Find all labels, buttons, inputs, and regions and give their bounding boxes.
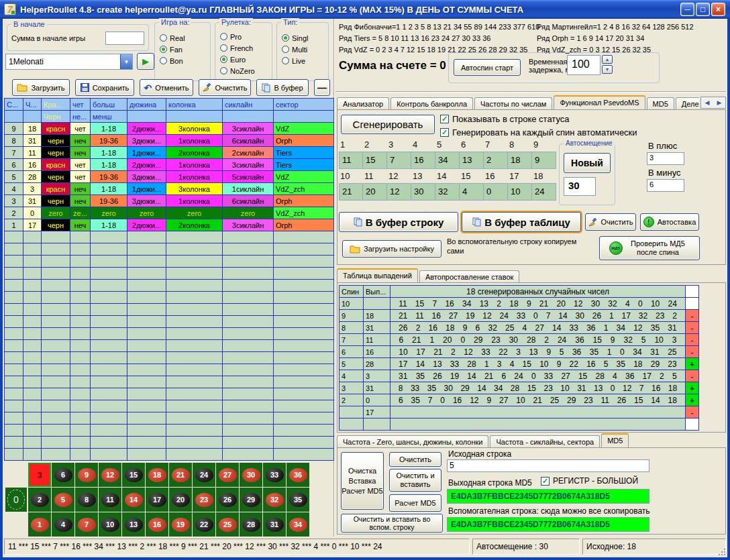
table-cell[interactable] xyxy=(23,292,42,304)
table-cell[interactable] xyxy=(91,243,127,256)
table-cell[interactable]: неч xyxy=(70,183,91,195)
table-cell[interactable] xyxy=(127,412,166,425)
table-cell[interactable]: 9 xyxy=(5,123,23,135)
arrow-down-icon[interactable]: ▼ xyxy=(602,65,613,74)
table-cell[interactable] xyxy=(91,256,127,268)
table-cell[interactable] xyxy=(70,437,91,449)
table-cell[interactable] xyxy=(23,412,42,425)
table-cell[interactable]: красн xyxy=(42,183,70,195)
table-cell[interactable] xyxy=(274,243,334,256)
table-cell[interactable] xyxy=(274,376,334,388)
table-cell[interactable] xyxy=(223,243,274,256)
table-cell[interactable] xyxy=(127,449,166,461)
maximize-button[interactable]: □ xyxy=(696,3,710,16)
table-cell[interactable] xyxy=(70,412,91,425)
tab-freq-1[interactable]: Частота - сиклайны, сектора xyxy=(490,435,600,448)
table-cell[interactable] xyxy=(274,292,334,304)
table-cell[interactable] xyxy=(23,364,42,376)
table-cell[interactable] xyxy=(70,425,91,437)
table-cell[interactable]: 8 xyxy=(5,135,23,147)
spin-cell[interactable]: 3 xyxy=(340,382,364,394)
table-cell[interactable] xyxy=(91,352,127,364)
radio-option-nozero[interactable]: NoZero xyxy=(215,65,272,76)
table-cell[interactable]: черн xyxy=(42,171,70,183)
roulette-cell-20[interactable]: 20 xyxy=(169,488,192,512)
table-cell[interactable]: ze... xyxy=(70,207,91,219)
table-cell[interactable] xyxy=(23,376,42,388)
table-cell[interactable]: чет xyxy=(70,123,91,135)
table-cell[interactable] xyxy=(23,280,42,292)
table-cell[interactable]: 2дюжи... xyxy=(127,219,166,231)
tab-main-5[interactable]: Деление кол xyxy=(676,97,699,110)
roulette-cell-29[interactable]: 29 xyxy=(240,488,262,512)
gen-value[interactable]: 15 xyxy=(362,152,387,169)
table-cell[interactable]: 7 xyxy=(5,147,23,159)
table-cell[interactable]: 3сиклайн xyxy=(223,219,274,231)
table-cell[interactable] xyxy=(223,376,274,388)
table-cell[interactable] xyxy=(70,243,91,256)
table-cell[interactable] xyxy=(274,268,334,280)
profile-select[interactable]: 1Melonati ▼ xyxy=(5,54,133,70)
table-cell[interactable] xyxy=(127,425,166,437)
table-cell[interactable] xyxy=(274,412,334,425)
save-button[interactable]: Сохранить xyxy=(75,79,134,96)
minimize-button[interactable]: ─ xyxy=(680,3,694,16)
roulette-cell-27[interactable]: 27 xyxy=(216,463,239,487)
table-cell[interactable] xyxy=(5,256,23,268)
plus-input[interactable]: 3 xyxy=(647,152,684,165)
table-cell[interactable] xyxy=(127,328,166,340)
table-cell[interactable]: Orph xyxy=(274,135,334,147)
minus-button[interactable]: — xyxy=(314,79,330,96)
spin-cell[interactable]: 6 xyxy=(340,346,364,358)
table-cell[interactable]: Orph xyxy=(274,219,334,231)
roulette-cell-30[interactable]: 30 xyxy=(240,463,262,487)
table-cell[interactable] xyxy=(5,425,23,437)
nums-cell[interactable]: 62112002923302822436159325103 xyxy=(390,334,686,346)
table-cell[interactable] xyxy=(91,412,127,425)
table-cell[interactable]: zero xyxy=(223,207,274,219)
table-cell[interactable] xyxy=(42,340,70,352)
table-cell[interactable]: неч xyxy=(70,147,91,159)
table-cell[interactable]: VdZ_zch xyxy=(274,207,334,219)
gen-value[interactable]: 34 xyxy=(435,152,460,169)
table-cell[interactable]: 1сиклайн xyxy=(223,183,274,195)
table-cell[interactable] xyxy=(5,268,23,280)
out-cell[interactable]: 31 xyxy=(364,382,390,394)
gen-value[interactable]: 9 xyxy=(531,152,556,169)
table-cell[interactable]: 3дюжи... xyxy=(127,171,166,183)
table-cell[interactable] xyxy=(274,316,334,328)
table-cell[interactable]: 1дюжи... xyxy=(127,183,166,195)
table-cell[interactable] xyxy=(166,243,223,256)
table-cell[interactable]: 17 xyxy=(23,219,42,231)
buffer-row-button[interactable]: В буфер строку xyxy=(339,212,458,232)
table-cell[interactable] xyxy=(42,292,70,304)
roulette-cell-25[interactable]: 25 xyxy=(216,512,239,537)
table-cell[interactable]: 1-18 xyxy=(91,159,127,171)
case-checkbox[interactable]: ✓РЕГИСТР - БОЛЬШОЙ xyxy=(541,476,638,486)
gen-value[interactable]: 4 xyxy=(459,183,484,201)
table-cell[interactable] xyxy=(42,243,70,256)
tab-main-1[interactable]: Контроль банкролла xyxy=(390,97,473,110)
scroll-right-icon[interactable]: ▶ xyxy=(713,97,725,108)
table-cell[interactable] xyxy=(91,364,127,376)
table-cell[interactable]: Tiers xyxy=(274,159,334,171)
table-cell[interactable] xyxy=(91,280,127,292)
buffer-table-button[interactable]: В буфер таблицу xyxy=(462,212,581,232)
table-cell[interactable]: черн xyxy=(42,135,70,147)
table-cell[interactable] xyxy=(23,400,42,412)
radio-option-french[interactable]: French xyxy=(215,42,272,54)
gen-value[interactable]: 16 xyxy=(411,152,435,169)
table-cell[interactable]: чет xyxy=(70,171,91,183)
table-cell[interactable] xyxy=(42,280,70,292)
table-cell[interactable]: 1колонка xyxy=(166,159,223,171)
table-cell[interactable]: чет xyxy=(70,159,91,171)
gen-value[interactable]: 20 xyxy=(362,183,387,201)
table-cell[interactable] xyxy=(274,449,334,461)
table-cell[interactable] xyxy=(70,268,91,280)
table-cell[interactable]: 3 xyxy=(23,183,42,195)
table-cell[interactable] xyxy=(274,364,334,376)
table-cell[interactable]: 5сиклайн xyxy=(223,171,274,183)
table-cell[interactable] xyxy=(166,304,223,316)
table-cell[interactable]: 31 xyxy=(23,195,42,207)
out-cell[interactable] xyxy=(364,298,390,310)
